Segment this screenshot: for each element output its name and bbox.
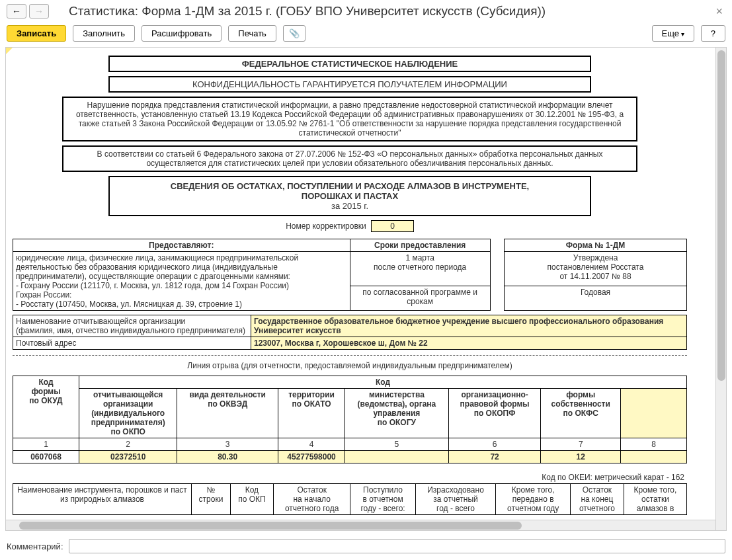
correction-label: Номер корректировки <box>286 221 366 231</box>
codes-val-1[interactable]: 02372510 <box>79 451 177 463</box>
codes-val-7[interactable] <box>621 451 687 463</box>
window-title: Статистика: Форма 1-ДМ за 2015 г. (ГОБУ … <box>69 4 713 19</box>
vertical-scrollbar[interactable] <box>715 48 726 530</box>
report-title-box: СВЕДЕНИЯ ОБ ОСТАТКАХ, ПОСТУПЛЕНИИ И РАСХ… <box>108 176 591 216</box>
codes-val-5[interactable]: 72 <box>448 451 541 463</box>
tear-line <box>13 355 687 356</box>
personal-data-box: В соответствии со статьей 6 Федерального… <box>62 145 637 172</box>
fill-button[interactable]: Заполнить <box>73 25 135 42</box>
codes-num-7: 8 <box>621 438 687 451</box>
codes-val-6[interactable]: 12 <box>541 451 621 463</box>
help-button[interactable]: ? <box>701 25 725 42</box>
codes-num-5: 6 <box>448 438 541 451</box>
codes-h-7[interactable] <box>621 389 687 438</box>
org-value-address[interactable]: 123007, Москва г, Хорошевское ш, Дом № 2… <box>251 337 687 350</box>
codes-num-4: 5 <box>345 438 449 451</box>
instr-h-3: Остаток на начало отчетного года <box>273 484 350 515</box>
save-button[interactable]: Записать <box>7 25 66 42</box>
report-title-l3: за 2015 г. <box>114 201 586 211</box>
provide-body1: юридические лица, физические лица, заним… <box>13 252 350 311</box>
correction-value[interactable]: 0 <box>371 220 414 232</box>
codes-h-6: формы собственности по ОКФС <box>541 389 621 438</box>
codes-h-4: министерства (ведомства), органа управле… <box>345 389 449 438</box>
instr-h-7: Остаток на конец отчетного <box>570 484 624 515</box>
instr-h-8: Кроме того, остатки алмазов в <box>624 484 686 515</box>
instruments-table: Наименование инструмента, порошков и пас… <box>13 483 687 515</box>
header-box-1: ФЕДЕРАЛЬНОЕ СТАТИСТИЧЕСКОЕ НАБЛЮДЕНИЕ <box>108 56 591 72</box>
codes-h-2: вида деятельности по ОКВЭД <box>177 389 278 438</box>
document-scroll[interactable]: ФЕДЕРАЛЬНОЕ СТАТИСТИЧЕСКОЕ НАБЛЮДЕНИЕ КО… <box>6 48 726 530</box>
provide-body3: Утверждена постановлением Росстата от 14… <box>505 252 687 286</box>
codes-h-3: территории по ОКАТО <box>278 389 345 438</box>
codes-val-2[interactable]: 80.30 <box>177 451 278 463</box>
instr-h-1: № строки <box>192 484 231 515</box>
comment-label: Комментарий: <box>7 541 63 551</box>
comment-input[interactable] <box>69 539 726 553</box>
close-button[interactable]: × <box>713 5 725 19</box>
paperclip-icon: 📎 <box>289 28 300 38</box>
instr-h-2: Код по ОКП <box>230 484 273 515</box>
warning-box: Нарушение порядка представления статисти… <box>62 97 637 141</box>
decode-button[interactable]: Расшифровать <box>142 25 222 42</box>
org-value-name[interactable]: Государственное образовательное бюджетно… <box>251 315 687 337</box>
attach-button[interactable]: 📎 <box>283 25 305 42</box>
codes-h-0: Код формы по ОКУД <box>13 376 79 438</box>
provide-h3: Форма № 1-ДМ <box>505 239 687 252</box>
codes-h-1: отчитывающейся организации (индивидуальн… <box>79 389 177 438</box>
report-title-l1: СВЕДЕНИЯ ОБ ОСТАТКАХ, ПОСТУПЛЕНИИ И РАСХ… <box>114 181 586 191</box>
codes-val-4[interactable] <box>345 451 449 463</box>
provide-table: Предоставляют: Сроки предоставления Форм… <box>13 239 687 311</box>
codes-num-6: 7 <box>541 438 621 451</box>
print-button[interactable]: Печать <box>228 25 276 42</box>
codes-val-0: 0607068 <box>13 451 79 463</box>
codes-val-3[interactable]: 45277598000 <box>278 451 345 463</box>
codes-table: Код формы по ОКУД Код отчитывающейся орг… <box>13 376 687 463</box>
org-label-name: Наименование отчитывающейся организации … <box>13 315 251 337</box>
tear-label: Линия отрыва (для отчетности, предоставл… <box>13 361 687 370</box>
provide-h2: Сроки предоставления <box>350 239 490 252</box>
nav-forward-button[interactable]: → <box>29 4 49 19</box>
org-label-address: Почтовый адрес <box>13 337 251 350</box>
provide-h1: Предоставляют: <box>13 239 350 252</box>
codes-h-5: организационно- правовой формы по ОКОПФ <box>448 389 541 438</box>
more-button[interactable]: Еще <box>652 25 694 42</box>
instr-h-4: Поступило в отчетном году - всего: <box>350 484 415 515</box>
codes-kod-header: Код <box>79 376 687 389</box>
report-title-l2: ПОРОШКАХ И ПАСТАХ <box>114 191 586 201</box>
nav-back-button[interactable]: ← <box>7 4 26 19</box>
org-table: Наименование отчитывающейся организации … <box>13 315 687 350</box>
codes-num-1: 2 <box>79 438 177 451</box>
instr-h-6: Кроме того, передано в отчетном году <box>496 484 570 515</box>
codes-num-0: 1 <box>13 438 79 451</box>
provide-body3b: Годовая <box>505 286 687 311</box>
instr-h-0: Наименование инструмента, порошков и пас… <box>13 484 192 515</box>
provide-body2a: 1 марта после отчетного периода <box>350 252 490 286</box>
codes-num-3: 4 <box>278 438 345 451</box>
instr-h-5: Израсходовано за отчетный год - всего <box>415 484 496 515</box>
horizontal-scrollbar[interactable] <box>6 520 715 530</box>
header-box-2: КОНФИДЕНЦИАЛЬНОСТЬ ГАРАНТИРУЕТСЯ ПОЛУЧАТ… <box>108 76 591 93</box>
codes-num-2: 3 <box>177 438 278 451</box>
provide-body2b: по согласованной программе и срокам <box>350 286 490 311</box>
okei-label: Код по ОКЕИ: метрический карат - 162 <box>13 473 684 482</box>
